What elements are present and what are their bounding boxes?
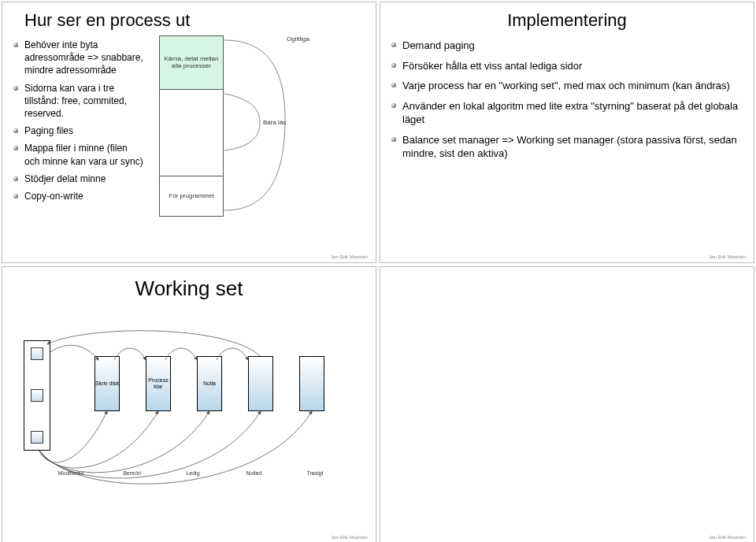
- ws-bottom-labels: Modifierad Beredd Ledig Nollad Trasigt: [47, 470, 339, 476]
- label-trasigt: Trasigt: [291, 470, 339, 476]
- bullet: Mappa filer i minne (filen och minne kan…: [13, 142, 143, 172]
- ws-slot: [31, 389, 43, 402]
- bullet: Stödjer delat minne: [13, 173, 143, 190]
- bullet: Balance set manager => Working set manag…: [391, 133, 743, 167]
- footer-author: Jan Erik Moström: [331, 535, 368, 540]
- footer-author: Jan Erik Moström: [709, 254, 746, 259]
- ws-col-process-klar: Process klar: [146, 356, 171, 411]
- bullet: Sidorna kan vara i tre tillstånd: free, …: [13, 82, 143, 125]
- footer-author: Jan Erik Moström: [709, 535, 746, 540]
- ws-parent-box: [24, 340, 50, 451]
- ws-slot: [31, 347, 43, 360]
- bullet: Försöker hålla ett viss antal lediga sid…: [391, 59, 743, 80]
- callout-invalid: Ogiltliga: [287, 35, 309, 43]
- label-nollad: Nollad: [231, 470, 278, 476]
- ws-col-5: [299, 356, 324, 411]
- ws-col-4: [248, 356, 273, 411]
- slide2-title: Implementering: [391, 10, 743, 31]
- callout-readonly: Bara läs: [263, 119, 286, 126]
- slide1-bullets: Behöver inte byta adressområde => snabba…: [13, 39, 143, 207]
- slide-empty: Jan Erik Moström: [380, 266, 754, 542]
- bullet: Demand paging: [391, 39, 743, 59]
- bullet: Behöver inte byta adressområde => snabba…: [13, 39, 143, 82]
- bullet: Paging files: [13, 124, 143, 142]
- slide-working-set: Working set Skriv disk Process klar Noll…: [2, 266, 376, 542]
- slide2-bullets: Demand paging Försöker hålla ett viss an…: [391, 39, 743, 167]
- ws-slot: [31, 431, 43, 444]
- bullet: Använder en lokal algoritm med lite extr…: [391, 99, 743, 133]
- slide3-title: Working set: [13, 277, 365, 301]
- seg-program: För programmet: [169, 193, 213, 200]
- slide1-title: Hur ser en process ut: [13, 10, 365, 31]
- bullet: Varje process har en "working set", med …: [391, 79, 743, 99]
- memory-diagram: Kärna, delat mellan alla processer För p…: [143, 35, 365, 207]
- slide-process-layout: Hur ser en process ut Behöver inte byta …: [2, 2, 376, 263]
- bullet: Copy-on-write: [13, 190, 143, 207]
- ws-col-skriv-disk: Skriv disk: [94, 356, 120, 411]
- working-set-diagram: Skriv disk Process klar Nolla: [24, 317, 354, 498]
- seg-kernel: Kärna, delat mellan alla processer: [161, 56, 221, 70]
- footer-author: Jan Erik Moström: [331, 254, 368, 259]
- label-modifierad: Modifierad: [47, 470, 94, 476]
- slide-implementering: Implementering Demand paging Försöker hå…: [380, 2, 754, 263]
- label-beredd: Beredd: [109, 470, 156, 476]
- ws-col-nolla: Nolla: [197, 356, 222, 411]
- label-ledig: Ledig: [169, 470, 217, 476]
